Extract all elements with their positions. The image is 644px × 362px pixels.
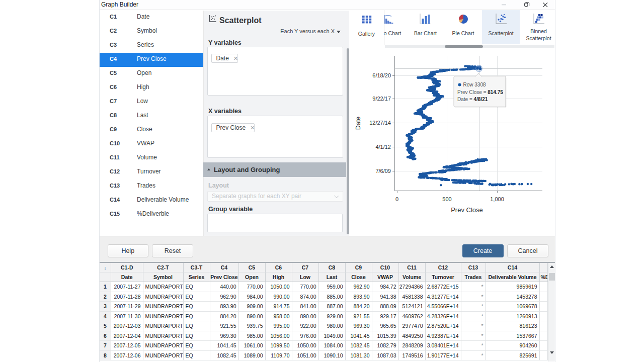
svg-text:500: 500 — [442, 196, 451, 202]
svg-text:4/1/12: 4/1/12 — [375, 144, 391, 150]
svg-text:Prev Close = 814.75: Prev Close = 814.75 — [457, 89, 503, 95]
svg-text:Date: Date — [355, 117, 362, 130]
svg-text:9/22/17: 9/22/17 — [372, 96, 391, 102]
svg-text:Prev Close: Prev Close — [451, 206, 483, 214]
svg-text:0: 0 — [395, 196, 398, 202]
svg-text:12/27/14: 12/27/14 — [369, 120, 391, 126]
svg-text:1,000: 1,000 — [490, 196, 504, 202]
svg-text:Row 3308: Row 3308 — [463, 82, 486, 87]
svg-text:6/18/20: 6/18/20 — [372, 72, 391, 78]
svg-text:Date = 4/8/21: Date = 4/8/21 — [457, 97, 488, 102]
svg-text:7/6/09: 7/6/09 — [375, 168, 391, 174]
